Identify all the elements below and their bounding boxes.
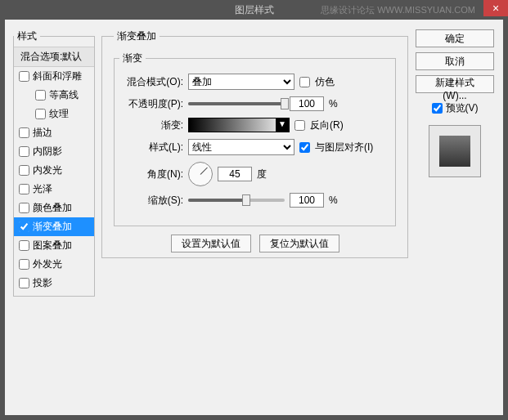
style-item-checkbox[interactable] [19,165,29,176]
scale-label: 缩放(S): [119,194,183,208]
settings-panel: 渐变叠加 渐变 混合模式(O): 叠加 仿色 不透明度(P): % 渐变: [101,29,408,405]
style-item-checkbox[interactable] [19,278,29,288]
opacity-input[interactable] [290,96,324,111]
chevron-down-icon[interactable]: ▼ [276,118,289,132]
blend-options-row[interactable]: 混合选项:默认 [14,47,94,66]
styles-panel: 样式 混合选项:默认 斜面和浮雕等高线纹理描边内阴影内发光光泽颜色叠加渐变叠加图… [13,29,95,405]
style-item-label: 等高线 [49,88,79,102]
dialog-title: 图层样式 [235,3,274,17]
preview-checkbox[interactable] [432,103,443,114]
new-style-button[interactable]: 新建样式(W)... [416,75,494,93]
reset-default-button[interactable]: 复位为默认值 [259,235,339,252]
style-item-label: 内阴影 [33,145,62,159]
style-item-checkbox[interactable] [19,71,29,82]
style-item[interactable]: 渐变叠加 [14,217,94,236]
opacity-unit: % [329,98,338,109]
dither-label: 仿色 [315,75,335,89]
style-item-label: 外发光 [33,257,62,271]
angle-label: 角度(N): [119,168,183,181]
style-item-label: 渐变叠加 [33,220,72,234]
watermark-text: 思缘设计论坛 WWW.MISSYUAN.COM [321,4,475,16]
set-default-button[interactable]: 设置为默认值 [171,235,251,252]
align-checkbox[interactable] [299,142,310,153]
style-select[interactable]: 线性 [188,139,294,155]
style-item-checkbox[interactable] [19,127,29,138]
preview-label: 预览(V) [446,101,479,115]
style-item[interactable]: 内发光 [14,161,94,180]
ok-button[interactable]: 确定 [416,29,494,47]
preview-swatch [429,125,481,177]
preview-inner [439,136,470,167]
angle-dial[interactable] [188,162,213,186]
cancel-button[interactable]: 取消 [416,52,494,70]
style-item-checkbox[interactable] [19,184,29,194]
style-item-label: 内发光 [33,163,62,177]
scale-input[interactable] [290,193,324,208]
reverse-label: 反向(R) [310,118,344,132]
styles-legend: 样式 [14,29,40,43]
style-item-label: 光泽 [33,182,52,196]
style-item[interactable]: 投影 [14,274,94,293]
gradient-fieldset: 渐变 混合模式(O): 叠加 仿色 不透明度(P): % 渐变: ▼ [114,51,396,226]
style-item[interactable]: 纹理 [14,105,94,123]
angle-input[interactable] [218,167,252,181]
style-item[interactable]: 图案叠加 [14,236,94,255]
style-item-label: 投影 [33,276,52,290]
blend-mode-label: 混合模式(O): [119,75,183,89]
opacity-slider[interactable] [188,102,285,105]
style-item-checkbox[interactable] [19,259,29,270]
style-item[interactable]: 颜色叠加 [14,199,94,217]
style-item[interactable]: 内阴影 [14,142,94,161]
gradient-overlay-fieldset: 渐变叠加 渐变 混合模式(O): 叠加 仿色 不透明度(P): % 渐变: [101,29,408,258]
title-bar: 图层样式 思缘设计论坛 WWW.MISSYUAN.COM × [0,0,508,20]
scale-unit: % [329,194,338,206]
style-item-checkbox[interactable] [19,240,29,251]
style-item-label: 描边 [33,126,52,140]
style-item-checkbox[interactable] [19,221,29,232]
style-item-label: 斜面和浮雕 [33,69,82,83]
style-item[interactable]: 斜面和浮雕 [14,67,94,86]
style-item[interactable]: 光泽 [14,180,94,199]
style-item-checkbox[interactable] [35,109,46,119]
blend-mode-select[interactable]: 叠加 [188,74,294,90]
gradient-legend: 渐变 [119,51,146,65]
reverse-checkbox[interactable] [294,120,305,131]
scale-slider[interactable] [188,199,285,202]
dialog-body: 样式 混合选项:默认 斜面和浮雕等高线纹理描边内阴影内发光光泽颜色叠加渐变叠加图… [5,20,503,415]
gradient-overlay-legend: 渐变叠加 [114,29,160,43]
gradient-picker[interactable]: ▼ [188,118,290,132]
styles-list: 斜面和浮雕等高线纹理描边内阴影内发光光泽颜色叠加渐变叠加图案叠加外发光投影 [14,66,94,293]
style-item-label: 颜色叠加 [33,201,72,215]
close-button[interactable]: × [483,0,508,16]
style-item-label: 纹理 [49,107,69,121]
style-item-checkbox[interactable] [19,203,29,213]
styles-fieldset: 样式 混合选项:默认 斜面和浮雕等高线纹理描边内阴影内发光光泽颜色叠加渐变叠加图… [13,29,95,297]
style-item-checkbox[interactable] [35,90,46,101]
style-item-checkbox[interactable] [19,146,29,157]
dither-checkbox[interactable] [299,77,310,87]
style-label: 样式(L): [119,141,183,154]
align-label: 与图层对齐(I) [315,141,373,154]
opacity-label: 不透明度(P): [119,97,183,111]
style-item-label: 图案叠加 [33,239,72,252]
style-item[interactable]: 描边 [14,123,94,142]
style-item[interactable]: 等高线 [14,86,94,105]
angle-unit: 度 [257,168,267,181]
style-item[interactable]: 外发光 [14,255,94,274]
gradient-label: 渐变: [119,118,183,132]
action-panel: 确定 取消 新建样式(W)... 预览(V) [415,29,495,405]
